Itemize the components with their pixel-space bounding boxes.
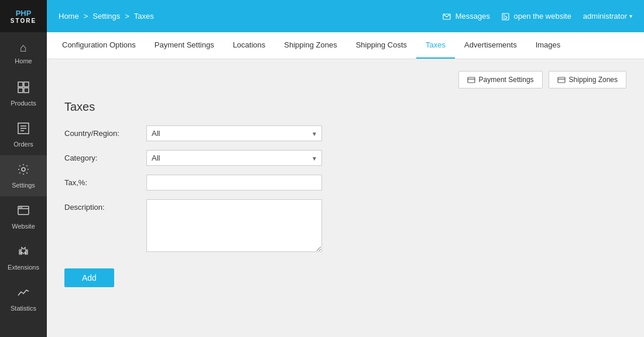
shipping-zones-button[interactable]: Shipping Zones <box>549 71 626 88</box>
page-content: Payment Settings Shipping Zones Taxes Co… <box>47 59 644 337</box>
description-row: Description: <box>64 199 626 254</box>
svg-point-8 <box>22 168 25 171</box>
website-icon <box>17 204 30 220</box>
tax-percent-label: Tax,%: <box>64 175 146 187</box>
breadcrumb-sep-1: > <box>84 12 88 21</box>
breadcrumb-settings[interactable]: Settings <box>93 12 120 21</box>
home-icon: ⌂ <box>20 41 27 55</box>
sidebar-item-statistics[interactable]: Statistics <box>0 278 47 319</box>
svg-rect-18 <box>558 77 565 83</box>
sidebar: PHP STORE ⌂ Home Products Orders Setting… <box>0 0 47 337</box>
description-textarea[interactable] <box>146 199 322 252</box>
svg-point-12 <box>21 207 22 208</box>
tabs-bar: Configuration Options Payment Settings L… <box>47 32 644 59</box>
svg-rect-16 <box>468 77 475 83</box>
payment-settings-icon <box>467 76 475 84</box>
country-region-select[interactable]: All <box>146 125 322 141</box>
open-website-link[interactable]: open the website <box>502 12 571 21</box>
svg-rect-1 <box>24 82 29 87</box>
extensions-icon <box>17 245 30 261</box>
sidebar-item-settings[interactable]: Settings <box>0 155 47 196</box>
svg-point-11 <box>19 207 20 208</box>
orders-icon <box>17 122 30 138</box>
tab-images[interactable]: Images <box>526 32 570 59</box>
country-region-row: Country/Region: All <box>64 125 626 141</box>
action-buttons: Payment Settings Shipping Zones <box>64 71 626 88</box>
sidebar-label-statistics: Statistics <box>11 305 36 312</box>
category-row: Category: All <box>64 150 626 166</box>
sidebar-item-website[interactable]: Website <box>0 196 47 237</box>
statistics-icon <box>17 286 30 302</box>
settings-icon <box>17 163 30 179</box>
country-region-control: All <box>146 125 322 141</box>
products-icon <box>17 81 30 97</box>
description-label: Description: <box>64 199 146 212</box>
chevron-down-icon: ▾ <box>629 13 632 19</box>
category-select[interactable]: All <box>146 150 322 166</box>
breadcrumb: Home > Settings > Taxes <box>59 12 154 21</box>
shipping-zones-icon <box>557 76 566 84</box>
sidebar-label-settings: Settings <box>12 182 35 189</box>
tax-percent-input[interactable] <box>146 175 322 190</box>
sidebar-item-orders[interactable]: Orders <box>0 114 47 155</box>
category-control: All <box>146 150 322 166</box>
sidebar-label-home: Home <box>15 57 32 64</box>
tab-payment-settings[interactable]: Payment Settings <box>145 32 224 59</box>
breadcrumb-home[interactable]: Home <box>59 12 79 21</box>
tab-configuration-options[interactable]: Configuration Options <box>53 32 145 59</box>
tab-shipping-costs[interactable]: Shipping Costs <box>347 32 416 59</box>
svg-rect-3 <box>24 88 29 93</box>
sidebar-label-orders: Orders <box>13 141 33 148</box>
topbar-right: Messages open the website administrator … <box>443 12 632 21</box>
category-label: Category: <box>64 150 146 162</box>
sidebar-label-extensions: Extensions <box>8 264 39 271</box>
add-button[interactable]: Add <box>64 268 114 287</box>
logo-php: PHP <box>16 9 32 18</box>
svg-rect-2 <box>18 88 23 93</box>
topbar: Home > Settings > Taxes Messages open th… <box>47 0 644 32</box>
sidebar-item-extensions[interactable]: Extensions <box>0 237 47 278</box>
breadcrumb-sep-2: > <box>125 12 129 21</box>
content-area: Configuration Options Payment Settings L… <box>47 32 644 337</box>
admin-menu[interactable]: administrator ▾ <box>583 12 632 21</box>
tax-percent-control <box>146 175 322 190</box>
payment-settings-button[interactable]: Payment Settings <box>458 71 543 88</box>
logo-store: STORE <box>11 18 36 24</box>
tab-locations[interactable]: Locations <box>224 32 275 59</box>
sidebar-label-products: Products <box>11 100 36 107</box>
tab-shipping-zones[interactable]: Shipping Zones <box>275 32 346 59</box>
description-control <box>146 199 322 254</box>
sidebar-item-products[interactable]: Products <box>0 73 47 114</box>
sidebar-label-website: Website <box>12 223 35 230</box>
app-logo: PHP STORE <box>0 0 47 32</box>
breadcrumb-taxes: Taxes <box>134 12 154 21</box>
sidebar-item-home[interactable]: ⌂ Home <box>0 32 47 73</box>
country-region-label: Country/Region: <box>64 125 146 138</box>
messages-link[interactable]: Messages <box>443 12 490 21</box>
main-content: Home > Settings > Taxes Messages open th… <box>47 0 644 337</box>
svg-rect-0 <box>18 82 23 87</box>
tab-taxes[interactable]: Taxes <box>416 32 455 59</box>
form-title: Taxes <box>64 100 626 114</box>
tab-advertisements[interactable]: Advertisements <box>455 32 526 59</box>
tax-percent-row: Tax,%: <box>64 175 626 190</box>
